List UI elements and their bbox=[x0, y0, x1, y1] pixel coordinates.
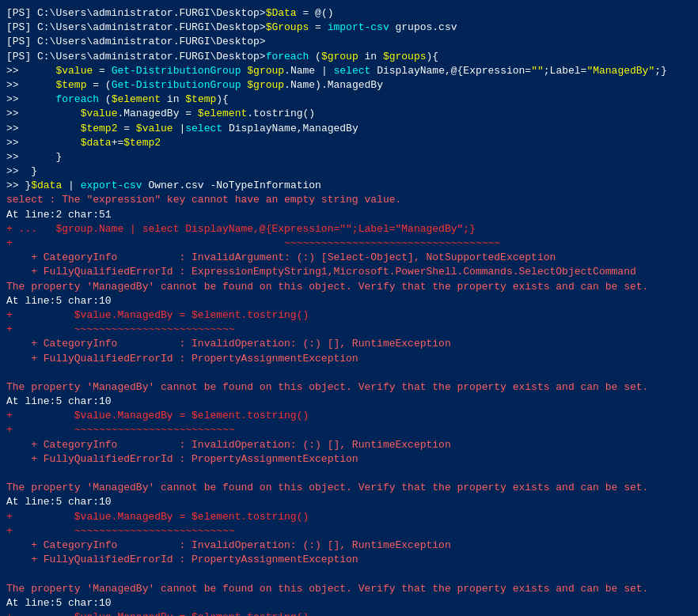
prop-error-1: The property 'ManagedBy' cannot be found… bbox=[6, 280, 692, 294]
line-1: [PS] C:\Users\administrator.FURGI\Deskto… bbox=[6, 6, 692, 21]
at-line-4: At line:5 char:10 bbox=[6, 495, 692, 509]
prop-error-4: The property 'ManagedBy' cannot be found… bbox=[6, 582, 692, 596]
prop-error-2: The property 'ManagedBy' cannot be found… bbox=[6, 380, 692, 395]
blank-3 bbox=[6, 567, 692, 581]
at-line-1: At line:2 char:51 bbox=[6, 208, 692, 222]
line-2: [PS] C:\Users\administrator.FURGI\Deskto… bbox=[6, 21, 692, 35]
fqeid-3: + FullyQualifiedErrorId : PropertyAssign… bbox=[6, 452, 692, 467]
line-7: >> foreach ($element in $temp){ bbox=[6, 93, 692, 107]
line-9: >> $temp2 = $value |select DisplayName,M… bbox=[6, 122, 692, 136]
error-plus-2: + $value.ManagedBy = $element.tostring() bbox=[6, 308, 692, 323]
line-4: [PS] C:\Users\administrator.FURGI\Deskto… bbox=[6, 50, 692, 64]
fqeid-1: + FullyQualifiedErrorId : ExpressionEmpt… bbox=[6, 265, 692, 279]
cat-info-2: + CategoryInfo : InvalidOperation: (:) [… bbox=[6, 337, 692, 351]
at-line-2: At line:5 char:10 bbox=[6, 294, 692, 308]
at-line-5: At line:5 char:10 bbox=[6, 596, 692, 610]
error-plus-4: + $value.ManagedBy = $element.tostring() bbox=[6, 510, 692, 524]
line-11: >> } bbox=[6, 150, 692, 164]
error-plus-5: + $value.ManagedBy = $element.tostring() bbox=[6, 610, 692, 616]
blank-2 bbox=[6, 467, 692, 481]
at-line-3: At line:5 char:10 bbox=[6, 395, 692, 409]
cat-info-3: + CategoryInfo : InvalidOperation: (:) [… bbox=[6, 438, 692, 452]
line-8: >> $value.ManagedBy = $element.tostring(… bbox=[6, 107, 692, 121]
error-plus-1: + ... $group.Name | select DisplayName,@… bbox=[6, 222, 692, 236]
cat-info-1: + CategoryInfo : InvalidArgument: (:) [S… bbox=[6, 251, 692, 265]
error-tilde-2: + ~~~~~~~~~~~~~~~~~~~~~~~~~~ bbox=[6, 323, 692, 337]
fqeid-2: + FullyQualifiedErrorId : PropertyAssign… bbox=[6, 352, 692, 366]
terminal: [PS] C:\Users\administrator.FURGI\Deskto… bbox=[6, 6, 692, 616]
error-tilde-3: + ~~~~~~~~~~~~~~~~~~~~~~~~~~ bbox=[6, 423, 692, 437]
fqeid-4: + FullyQualifiedErrorId : PropertyAssign… bbox=[6, 553, 692, 567]
line-6: >> $temp = (Get-DistributionGroup $group… bbox=[6, 78, 692, 93]
error-tilde-4: + ~~~~~~~~~~~~~~~~~~~~~~~~~~ bbox=[6, 524, 692, 539]
line-13: >> }$data | export-csv Owner.csv -NoType… bbox=[6, 179, 692, 193]
error-line-1: select : The "expression" key cannot hav… bbox=[6, 193, 692, 207]
line-12: >> } bbox=[6, 164, 692, 179]
prop-error-3: The property 'ManagedBy' cannot be found… bbox=[6, 481, 692, 495]
line-10: >> $data+=$temp2 bbox=[6, 136, 692, 150]
line-5: >> $value = Get-DistributionGroup $group… bbox=[6, 64, 692, 78]
blank-1 bbox=[6, 366, 692, 380]
line-3: [PS] C:\Users\administrator.FURGI\Deskto… bbox=[6, 35, 692, 49]
error-plus-3: + $value.ManagedBy = $element.tostring() bbox=[6, 409, 692, 423]
cat-info-4: + CategoryInfo : InvalidOperation: (:) [… bbox=[6, 539, 692, 553]
error-tilde-1: + ~~~~~~~~~~~~~~~~~~~~~~~~~~~~~~~~~~~ bbox=[6, 236, 692, 251]
